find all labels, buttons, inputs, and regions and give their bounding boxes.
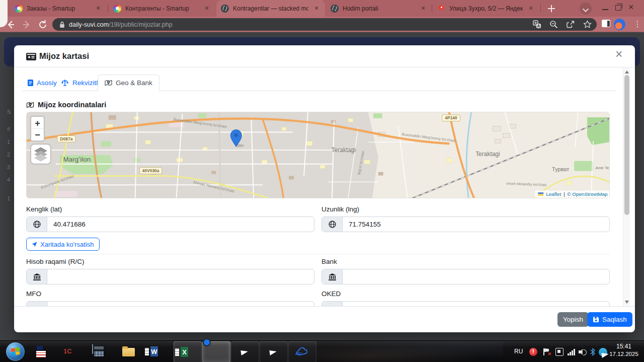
tab-close-icon[interactable] bbox=[312, 5, 320, 13]
account-input[interactable] bbox=[47, 269, 314, 284]
bluetooth-icon[interactable] bbox=[590, 348, 598, 356]
taskbar-telegram-button-2[interactable] bbox=[260, 341, 288, 362]
browser-tab-strip: Заказы - Smartup Контрагенты - Smartup K… bbox=[0, 0, 644, 17]
profile-avatar[interactable] bbox=[614, 19, 625, 30]
scroll-down-arrow-icon[interactable] bbox=[625, 301, 629, 304]
lat-input[interactable] bbox=[47, 217, 314, 232]
bank-input-group bbox=[321, 269, 610, 284]
mfo-input-group bbox=[26, 301, 314, 306]
road-shield-40v030a: 40V030a bbox=[142, 168, 159, 173]
map-pin-favicon bbox=[437, 5, 445, 13]
bank-input[interactable] bbox=[343, 269, 609, 284]
zoom-out-button[interactable]: − bbox=[35, 130, 40, 140]
share-icon[interactable] bbox=[566, 20, 575, 29]
reload-button[interactable] bbox=[36, 18, 49, 31]
address-bar[interactable]: daily-suvi.com/19l/public/mijozlar.php bbox=[52, 18, 597, 31]
antivirus-alert-icon[interactable] bbox=[529, 348, 537, 356]
zoom-out-icon[interactable] bbox=[549, 20, 558, 29]
zoom-in-button[interactable]: + bbox=[35, 118, 40, 128]
new-tab-button[interactable] bbox=[546, 3, 557, 14]
modal-close-icon[interactable] bbox=[612, 48, 627, 63]
mfo-input[interactable] bbox=[47, 302, 314, 306]
lng-input[interactable] bbox=[343, 217, 609, 232]
browser-tab-zakazy[interactable]: Заказы - Smartup bbox=[10, 0, 107, 17]
browser-tab-kontragenty[interactable]: Контрагенты - Smartup bbox=[109, 0, 215, 17]
taskbar-chrome-button[interactable] bbox=[202, 341, 230, 362]
tab-separator bbox=[432, 5, 432, 12]
clipboard-icon bbox=[28, 80, 33, 86]
bank-label: Bank bbox=[321, 258, 337, 265]
taskbar-clock[interactable]: 15:41 17.12.2025 bbox=[606, 343, 642, 357]
tab-title: Kontragentlar — stacked moda bbox=[233, 5, 308, 12]
modal-footer: Yopish Saqlash bbox=[14, 306, 635, 332]
smartup-favicon bbox=[113, 5, 121, 13]
oked-input[interactable] bbox=[343, 302, 609, 306]
forward-button[interactable] bbox=[20, 18, 33, 31]
excel-logo-text: X bbox=[181, 347, 188, 357]
browser-tab-kontragentlar-active[interactable]: Kontragentlar — stacked moda bbox=[216, 0, 325, 17]
translate-icon[interactable] bbox=[533, 20, 541, 29]
globe-favicon bbox=[221, 5, 229, 13]
bank-icon bbox=[322, 302, 343, 306]
tab-close-icon[interactable] bbox=[203, 5, 211, 13]
modal-body: Asosiy Rekvizitlar Geo & Bank Mijoz koor… bbox=[14, 67, 635, 306]
location-arrow-icon bbox=[32, 242, 37, 247]
yopish-label: Yopish bbox=[563, 316, 583, 323]
taskbar-atc-button[interactable]: ATC bbox=[288, 341, 316, 362]
modal-title: Mijoz kartasi bbox=[39, 51, 89, 61]
clipboard-tray-icon[interactable] bbox=[555, 348, 564, 356]
leaflet-map[interactable]: Buxoroddin Margʻinoniy ko'chasi Buxorodd… bbox=[26, 112, 610, 198]
bookmark-star-icon[interactable] bbox=[583, 20, 592, 29]
tab-geo-bank[interactable]: Geo & Bank bbox=[98, 75, 159, 91]
taskbar-telegram-button-1[interactable] bbox=[231, 341, 259, 362]
start-button[interactable] bbox=[6, 342, 25, 361]
map-canvas: Buxoroddin Margʻinoniy ko'chasi Buxorodd… bbox=[27, 112, 609, 198]
modal-scrollbar[interactable] bbox=[623, 68, 630, 306]
bank-icon bbox=[27, 269, 47, 284]
map-layers-control[interactable] bbox=[31, 144, 51, 164]
tab-search-chevron-icon[interactable] bbox=[580, 3, 592, 15]
language-indicator[interactable]: RU bbox=[514, 348, 523, 355]
scrollbar-thumb[interactable] bbox=[624, 75, 629, 215]
yopish-button[interactable]: Yopish bbox=[557, 312, 589, 327]
address-bar-icons bbox=[533, 18, 592, 31]
saqlash-label: Saqlash bbox=[602, 316, 627, 323]
tab-close-icon[interactable] bbox=[419, 5, 427, 13]
browser-tab-hodim[interactable]: Hodim portali bbox=[326, 0, 432, 17]
browser-toolbar: daily-suvi.com/19l/public/mijozlar.php bbox=[0, 17, 644, 32]
taskbar-excel-button[interactable]: X bbox=[174, 341, 202, 362]
background-fragment: 1 bbox=[7, 139, 10, 145]
globe-favicon bbox=[331, 5, 339, 13]
browser-tab-yandex-maps[interactable]: Улица Зухро, 5/2 — Яндекс Ка bbox=[433, 0, 539, 17]
tab-title: Улица Зухро, 5/2 — Яндекс Ка bbox=[449, 5, 523, 12]
taskbar-calculator-icon[interactable] bbox=[92, 344, 93, 354]
openstreetmap-link[interactable]: © OpenStreetMap bbox=[567, 191, 608, 197]
tab-close-icon[interactable] bbox=[527, 5, 535, 13]
lng-input-group bbox=[321, 216, 610, 232]
browser-menu-icon[interactable] bbox=[631, 18, 639, 31]
windows-logo-icon bbox=[11, 347, 20, 356]
leaflet-link[interactable]: Leaflet bbox=[546, 191, 561, 197]
volume-icon[interactable] bbox=[579, 348, 587, 356]
section-divider bbox=[26, 254, 610, 254]
place-label-margilon: Margʻilon bbox=[63, 156, 91, 163]
place-label-teraktagi: Teraktagi bbox=[332, 147, 356, 154]
oked-input-group bbox=[321, 301, 610, 306]
place-label-edge: Amir Te bbox=[596, 166, 609, 170]
scroll-up-arrow-icon[interactable] bbox=[625, 70, 629, 74]
place-label-turvat: Турват bbox=[552, 166, 569, 172]
tab-close-icon[interactable] bbox=[94, 5, 102, 13]
saqlash-button[interactable]: Saqlash bbox=[587, 312, 632, 327]
window-restore-button[interactable] bbox=[612, 2, 625, 13]
tab-separator bbox=[108, 5, 108, 12]
mijoz-kartasi-modal: Mijoz kartasi Asosiy Rekvizitlar Geo & B… bbox=[14, 45, 635, 332]
show-on-map-button[interactable]: Xaritada ko'rsatish bbox=[26, 238, 100, 251]
clock-date: 17.12.2025 bbox=[606, 351, 642, 357]
network-signal-icon[interactable] bbox=[568, 348, 576, 356]
window-close-button[interactable] bbox=[625, 2, 638, 13]
modal-nav-tabs: Asosiy Rekvizitlar Geo & Bank bbox=[14, 75, 635, 91]
action-center-flag-icon[interactable]: ✕ bbox=[542, 348, 550, 356]
side-panel-icon[interactable] bbox=[602, 20, 610, 27]
map-zoom-control[interactable]: + − bbox=[31, 116, 44, 141]
window-minimize-button[interactable] bbox=[599, 2, 612, 13]
